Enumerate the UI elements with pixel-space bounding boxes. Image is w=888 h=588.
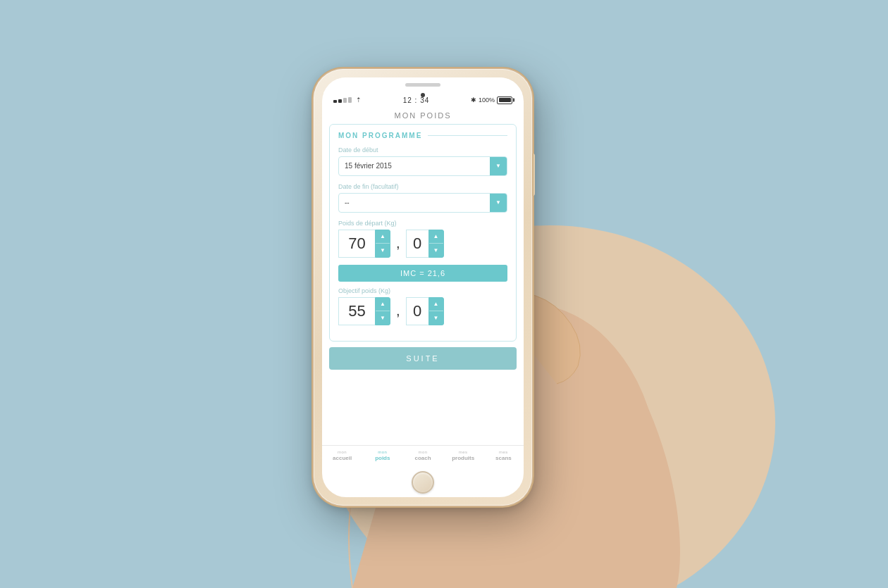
poids-decimal-buttons[interactable]: ▲ ▼ (428, 230, 444, 258)
tab-scans-top-label: mes (499, 450, 508, 454)
poids-integer-unit: 70 ▲ ▼ (338, 230, 390, 258)
phone-screen: ⇡ 12 : 34 ✱ 100% (322, 77, 524, 497)
time-display: 12 : 34 (403, 96, 430, 104)
objectif-poids-label: Objectif poids (Kg) (338, 287, 507, 294)
suite-button[interactable]: SUITE (329, 347, 517, 370)
date-debut-value: 15 février 2015 (339, 162, 490, 170)
objectif-spinners: 55 ▲ ▼ , (338, 297, 507, 325)
poids-decimal-value: 0 (406, 230, 428, 258)
poids-decimal-down-button[interactable]: ▼ (429, 244, 443, 257)
section-title: MON PROGRAMME (338, 132, 507, 139)
tab-coach-main-label: coach (414, 455, 431, 461)
status-right: ✱ 100% (471, 96, 512, 104)
tab-accueil[interactable]: mon accueil (322, 449, 362, 463)
signal-icon (333, 97, 352, 103)
date-debut-label: Date de début (338, 146, 507, 154)
objectif-integer-up-button[interactable]: ▲ (376, 298, 390, 312)
objectif-decimal-buttons[interactable]: ▲ ▼ (428, 297, 444, 325)
tab-accueil-top-label: mon (338, 450, 347, 454)
date-debut-dropdown[interactable]: 15 février 2015 ▼ (338, 156, 507, 176)
objectif-integer-down-button[interactable]: ▼ (376, 311, 390, 325)
tab-bar: mon accueil mon poids mon coach mes prod… (322, 445, 524, 465)
poids-integer-box: 70 ▲ ▼ (338, 230, 390, 258)
battery-percent: 100% (479, 96, 495, 104)
bluetooth-icon: ✱ (471, 96, 476, 104)
objectif-decimal-box: 0 ▲ ▼ (406, 297, 444, 325)
status-left: ⇡ (333, 96, 362, 104)
poids-decimal-up-button[interactable]: ▲ (429, 230, 443, 244)
tab-poids-top-label: mon (378, 450, 387, 454)
page-title: MON POIDS (322, 106, 524, 124)
date-fin-arrow-icon[interactable]: ▼ (490, 194, 507, 212)
objectif-integer-unit: 55 ▲ ▼ (338, 297, 390, 325)
date-fin-label: Date de fin (facultatif) (338, 183, 507, 190)
objectif-decimal-up-button[interactable]: ▲ (429, 298, 443, 312)
camera (421, 93, 425, 97)
date-fin-dropdown[interactable]: -- ▼ (338, 193, 507, 213)
date-fin-field: Date de fin (facultatif) -- ▼ (338, 183, 507, 213)
objectif-decimal-value: 0 (406, 297, 428, 325)
poids-decimal-unit: 0 ▲ ▼ (406, 230, 444, 258)
poids-integer-buttons[interactable]: ▲ ▼ (375, 230, 390, 258)
phone-shell: ⇡ 12 : 34 ✱ 100% (314, 69, 532, 506)
tab-coach-top-label: mon (418, 450, 427, 454)
programme-section: MON PROGRAMME Date de début 15 février 2… (329, 124, 517, 342)
poids-depart-label: Poids de départ (Kg) (338, 220, 507, 227)
date-debut-arrow-icon[interactable]: ▼ (490, 157, 507, 175)
battery-icon (497, 96, 512, 104)
tab-produits-main-label: produits (452, 455, 474, 461)
objectif-integer-buttons[interactable]: ▲ ▼ (375, 297, 390, 325)
poids-depart-field: Poids de départ (Kg) 70 ▲ ▼ (338, 220, 507, 258)
tab-scans-main-label: scans (495, 455, 512, 461)
objectif-decimal-unit: 0 ▲ ▼ (406, 297, 444, 325)
objectif-integer-box: 55 ▲ ▼ (338, 297, 390, 325)
home-button-area (322, 465, 524, 497)
poids-decimal-box: 0 ▲ ▼ (406, 230, 444, 258)
tab-poids-main-label: poids (375, 455, 390, 461)
tab-produits[interactable]: mes produits (443, 449, 483, 463)
objectif-integer-value: 55 (338, 297, 375, 325)
tab-poids[interactable]: mon poids (362, 449, 402, 463)
app-content: MON POIDS MON PROGRAMME Date de début 15… (322, 106, 524, 445)
poids-integer-down-button[interactable]: ▼ (376, 244, 390, 257)
speaker (405, 83, 440, 87)
poids-separator: , (396, 235, 400, 251)
phone-top (322, 77, 524, 94)
date-debut-field: Date de début 15 février 2015 ▼ (338, 146, 507, 176)
poids-depart-spinners: 70 ▲ ▼ , (338, 230, 507, 258)
poids-integer-value: 70 (338, 230, 375, 258)
wifi-icon: ⇡ (356, 96, 362, 104)
tab-accueil-main-label: accueil (333, 455, 352, 461)
objectif-separator: , (396, 303, 400, 319)
poids-integer-up-button[interactable]: ▲ (376, 230, 390, 244)
objectif-decimal-down-button[interactable]: ▼ (429, 311, 443, 325)
scene: ⇡ 12 : 34 ✱ 100% (0, 0, 888, 588)
date-fin-value: -- (339, 199, 490, 206)
tab-coach[interactable]: mon coach (402, 449, 443, 463)
objectif-poids-field: Objectif poids (Kg) 55 ▲ ▼ (338, 287, 507, 325)
home-button[interactable] (412, 471, 434, 494)
imc-badge: IMC = 21,6 (338, 265, 507, 282)
tab-produits-top-label: mes (459, 450, 468, 454)
tab-scans[interactable]: mes scans (483, 449, 524, 463)
